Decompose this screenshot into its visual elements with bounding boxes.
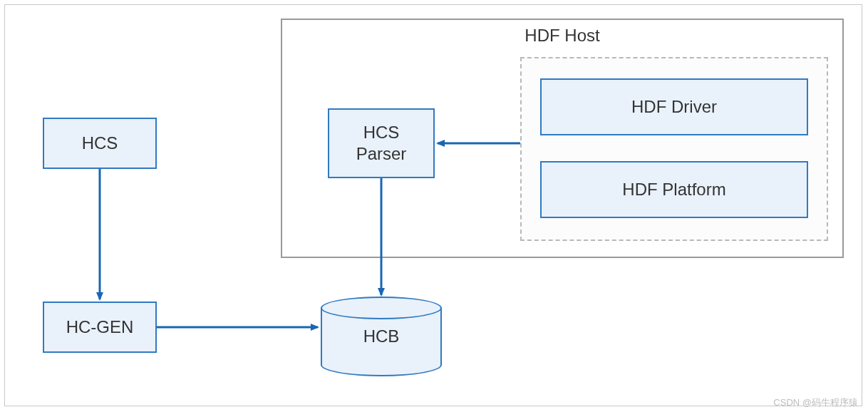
node-hcs-label: HCS <box>82 133 118 154</box>
cylinder-top <box>321 297 442 319</box>
node-hcgen: HC-GEN <box>43 302 157 353</box>
node-hcgen-label: HC-GEN <box>66 316 134 338</box>
node-hdf-platform: HDF Platform <box>540 161 808 218</box>
node-hcb: HCB <box>321 297 442 375</box>
node-hcs-parser: HCS Parser <box>328 108 435 178</box>
node-hcs: HCS <box>43 118 157 169</box>
watermark: CSDN @码牛程序猿 <box>773 396 858 409</box>
hdf-host-title: HDF Host <box>282 26 842 46</box>
node-hdf-platform-label: HDF Platform <box>622 179 725 200</box>
diagram-canvas: HCS HC-GEN HCB HDF Host HCS Parser HDF D… <box>0 0 868 412</box>
node-hcb-label: HCB <box>363 326 400 346</box>
node-hcs-parser-label: HCS Parser <box>356 122 407 165</box>
node-hdf-driver: HDF Driver <box>540 78 808 135</box>
node-hdf-driver-label: HDF Driver <box>631 96 717 118</box>
